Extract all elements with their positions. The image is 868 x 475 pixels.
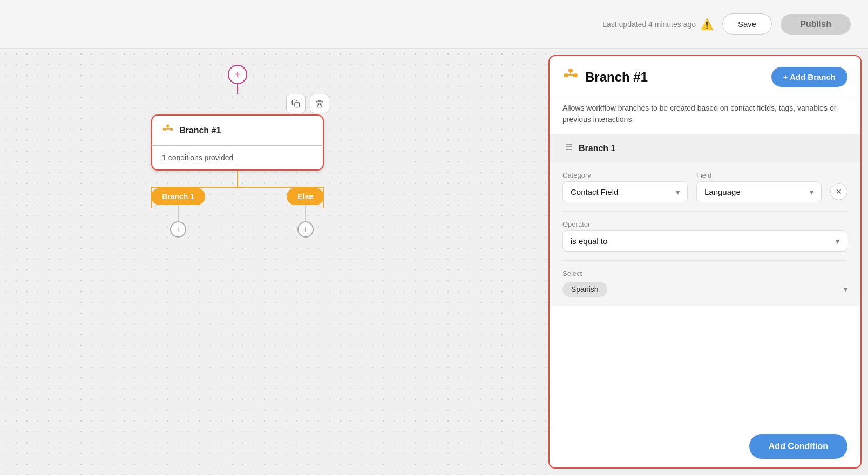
delete-node-button[interactable] — [310, 94, 329, 113]
branch-node-icon — [162, 123, 174, 138]
panel-description: Allows workflow branches to be created b… — [550, 96, 860, 134]
main: + — [0, 49, 868, 475]
category-group: Category Contact Field ▾ — [562, 171, 688, 202]
field-value: Language — [704, 187, 741, 196]
else-child: Else + — [287, 188, 324, 238]
category-select[interactable]: Contact Field ▾ — [562, 181, 688, 202]
condition-block: Category Contact Field ▾ Field Language … — [550, 162, 860, 306]
condition-close-button[interactable]: ✕ — [830, 183, 847, 200]
save-button[interactable]: Save — [722, 13, 772, 35]
select-row: Select Spanish ▾ — [562, 269, 847, 297]
panel-body: Branch 1 Category Contact Field ▾ — [550, 134, 860, 425]
add-condition-button[interactable]: Add Condition — [749, 434, 847, 459]
branch-node-body: 1 conditions provided — [152, 146, 323, 169]
branch-1-connector — [178, 205, 179, 221]
svg-rect-3 — [166, 125, 169, 127]
operator-row: Operator is equal to ▾ — [562, 220, 847, 252]
select-label: Select — [562, 269, 847, 277]
add-branch-button[interactable]: + Add Branch — [771, 67, 847, 87]
divider-2 — [562, 260, 847, 261]
field-select[interactable]: Language ▾ — [696, 181, 822, 202]
operator-chevron-icon: ▾ — [836, 237, 839, 246]
publish-button[interactable]: Publish — [781, 14, 851, 35]
category-field-row: Category Contact Field ▾ Field Language … — [562, 171, 847, 202]
workflow-canvas: + — [0, 49, 548, 475]
svg-rect-0 — [295, 103, 300, 107]
branch-node[interactable]: Branch #1 1 conditions provided — [151, 114, 324, 171]
branch-1-add-button[interactable]: + — [170, 221, 186, 238]
branch-1-pill[interactable]: Branch 1 — [151, 188, 205, 205]
header: Last updated 4 minutes ago ⚠️ Save Publi… — [0, 0, 868, 49]
warning-icon: ⚠️ — [700, 18, 714, 31]
field-group: Field Language ▾ — [696, 171, 822, 202]
category-label: Category — [562, 171, 688, 179]
branch-node-header: Branch #1 — [152, 116, 323, 146]
panel-title: Branch #1 — [585, 70, 648, 85]
branch-1-child: Branch 1 + — [151, 188, 205, 238]
panel-footer: Add Condition — [550, 425, 860, 467]
category-chevron-icon: ▾ — [676, 188, 680, 196]
branch-node-title: Branch #1 — [179, 126, 221, 135]
operator-value: is equal to — [571, 236, 607, 246]
branch-section: Branch 1 Category Contact Field ▾ — [550, 134, 860, 306]
else-pill[interactable]: Else — [287, 188, 324, 205]
operator-select[interactable]: is equal to ▾ — [562, 230, 847, 252]
last-updated-text: Last updated 4 minutes ago — [602, 20, 696, 29]
else-connector — [305, 205, 306, 221]
add-node-top-button[interactable]: + — [228, 65, 247, 84]
divider-1 — [562, 211, 847, 212]
svg-rect-10 — [568, 69, 573, 72]
else-add-button[interactable]: + — [297, 221, 314, 238]
operator-label: Operator — [562, 220, 847, 228]
panel-header: Branch #1 + Add Branch — [550, 56, 860, 96]
header-status: Last updated 4 minutes ago ⚠️ — [602, 18, 714, 31]
select-chevron-icon[interactable]: ▾ — [844, 285, 847, 294]
panel-title-group: Branch #1 — [562, 67, 648, 87]
field-chevron-icon: ▾ — [810, 188, 813, 196]
select-tags: Spanish ▾ — [562, 282, 847, 297]
panel-icon — [562, 67, 579, 87]
branch-section-header: Branch 1 — [550, 134, 860, 162]
branch-section-icon — [562, 141, 573, 155]
field-label: Field — [696, 171, 822, 179]
category-value: Contact Field — [571, 187, 618, 196]
right-panel: Branch #1 + Add Branch Allows workflow b… — [548, 55, 862, 469]
copy-node-button[interactable] — [286, 94, 306, 113]
spanish-tag[interactable]: Spanish — [562, 282, 607, 297]
branch-section-title: Branch 1 — [579, 144, 615, 153]
